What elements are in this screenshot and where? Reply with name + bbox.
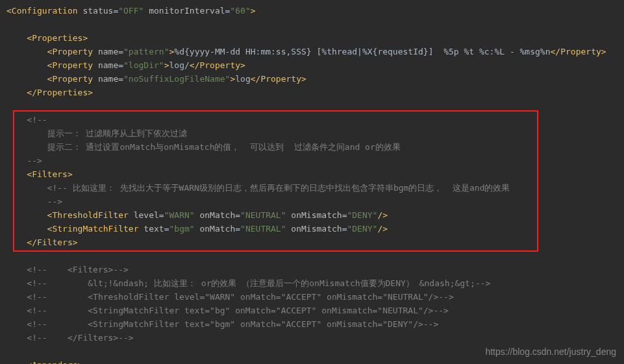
code-line: </Filters> <box>6 237 78 247</box>
code-line: <!-- </Filters>--> <box>6 333 134 343</box>
code-line: <StringMatchFilter text="bgm" onMatch="N… <box>6 224 388 234</box>
code-line: <Properties> <box>6 33 88 43</box>
code-line: 提示一： 过滤顺序从上到下依次过滤 <box>6 128 187 138</box>
code-line: --> <box>6 156 42 165</box>
code-line: <Property name="logDir">log/</Property> <box>6 60 245 70</box>
code-line: <Configuration status="OFF" monitorInter… <box>6 6 256 16</box>
code-line: <Property name="pattern">%d{yyyy-MM-dd H… <box>6 47 606 56</box>
code-line: <!-- <StringMatchFilter text="bgm" onMat… <box>6 319 438 329</box>
code-line: <Filters> <box>6 169 73 179</box>
code-line: <!-- <box>6 115 47 125</box>
watermark-text: https://blog.csdn.net/justry_deng <box>485 345 616 359</box>
code-line: <!-- <Filters>--> <box>6 265 129 274</box>
code-line: <!-- <StringMatchFilter text="bg" onMatc… <box>6 306 449 315</box>
code-line: <!-- <ThresholdFilter level="WARN" onMat… <box>6 292 454 302</box>
code-line: <ThresholdFilter level="WARN" onMatch="N… <box>6 210 388 220</box>
code-line: <Property name="noSuffixLogFileName">log… <box>6 74 306 84</box>
code-line: <!-- &lt;!&ndash; 比如这里： or的效果 （注意最后一个的on… <box>6 278 490 288</box>
code-line: --> <box>6 197 62 206</box>
code-line: 提示二： 通过设置onMatch与onMismatch的值， 可以达到 过滤条件… <box>6 142 401 152</box>
code-line: <!-- 比如这里： 先找出大于等于WARN级别的日志，然后再在剩下的日志中找出… <box>6 183 510 193</box>
code-block: <Configuration status="OFF" monitorInter… <box>0 0 624 364</box>
code-line: </Properties> <box>6 88 93 97</box>
code-line: <Appenders> <box>6 360 82 364</box>
